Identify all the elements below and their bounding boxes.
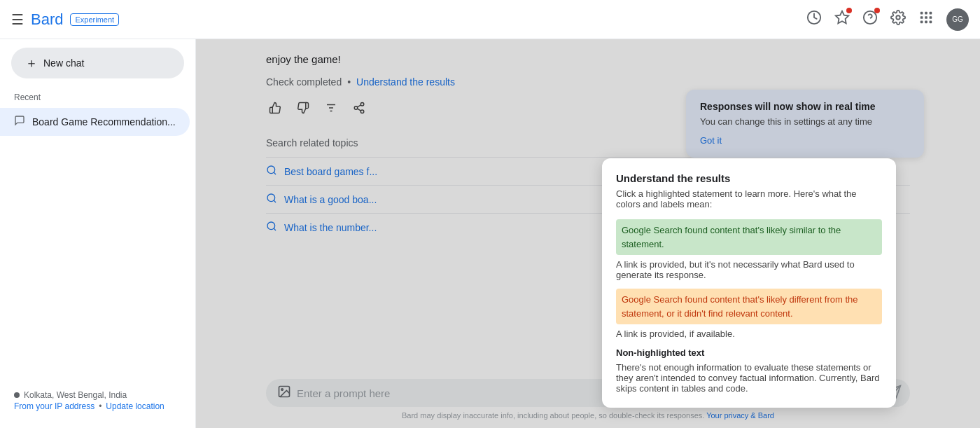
green-highlight-desc: A link is provided, but it's not necessa…	[616, 259, 882, 280]
topbar-left: ☰ Bard Experiment	[11, 11, 119, 29]
orange-highlight-desc: A link is provided, if available.	[616, 329, 882, 339]
svg-point-4	[896, 15, 900, 20]
plus-icon: ＋	[25, 55, 38, 71]
update-location-link[interactable]: Update location	[106, 401, 164, 411]
avatar[interactable]: GG	[946, 8, 969, 31]
help-badge	[874, 8, 880, 13]
main-layout: ＋ New chat Recent Board Game Recommendat…	[0, 39, 980, 428]
new-chat-label: New chat	[43, 57, 84, 69]
svg-rect-11	[920, 21, 923, 24]
history-icon[interactable]	[806, 10, 822, 29]
sidebar-bottom: Kolkata, West Bengal, India From your IP…	[0, 382, 195, 420]
green-highlight-text: Google Search found content that's likel…	[616, 219, 882, 255]
svg-rect-7	[930, 12, 932, 15]
location-text: Kolkata, West Bengal, India	[24, 390, 127, 400]
sidebar-item-label: Board Game Recommendation...	[32, 116, 176, 127]
ip-address-link[interactable]: From your IP address	[14, 401, 94, 411]
location-links: From your IP address • Update location	[14, 401, 181, 411]
svg-rect-12	[925, 21, 927, 24]
orange-highlight-text: Google Search found content that's likel…	[616, 289, 882, 324]
svg-rect-9	[925, 16, 927, 19]
hamburger-icon[interactable]: ☰	[11, 11, 24, 28]
help-icon[interactable]	[862, 10, 878, 29]
apps-icon[interactable]	[918, 10, 934, 29]
svg-rect-10	[930, 16, 932, 19]
star-badge	[846, 8, 852, 13]
tooltip-popup: Understand the results Click a highlight…	[602, 158, 896, 408]
tooltip-title: Understand the results	[616, 172, 882, 184]
chat-icon	[14, 115, 25, 129]
settings-icon[interactable]	[890, 10, 906, 29]
sidebar: ＋ New chat Recent Board Game Recommendat…	[0, 39, 196, 428]
location-row: Kolkata, West Bengal, India	[14, 390, 181, 400]
tooltip-intro: Click a highlighted statement to learn m…	[616, 188, 882, 209]
svg-rect-6	[925, 12, 927, 15]
svg-marker-1	[836, 11, 848, 23]
dot-separator: •	[99, 401, 102, 411]
svg-rect-5	[920, 12, 923, 15]
svg-rect-13	[930, 21, 932, 24]
svg-rect-8	[920, 16, 923, 19]
star-icon[interactable]	[834, 10, 850, 29]
recent-label: Recent	[0, 90, 195, 108]
location-dot	[14, 392, 20, 398]
experiment-badge: Experiment	[70, 13, 119, 26]
topbar: ☰ Bard Experiment GG	[0, 0, 980, 39]
bard-logo: Bard	[31, 11, 63, 29]
non-highlight-desc: There's not enough information to evalua…	[616, 362, 882, 394]
new-chat-button[interactable]: ＋ New chat	[11, 48, 184, 78]
content-area: enjoy the game! Check completed • Unders…	[196, 39, 980, 428]
non-highlight-title: Non-highlighted text	[616, 347, 882, 358]
topbar-right: GG	[806, 8, 969, 31]
sidebar-item-board-game[interactable]: Board Game Recommendation...	[0, 108, 190, 136]
